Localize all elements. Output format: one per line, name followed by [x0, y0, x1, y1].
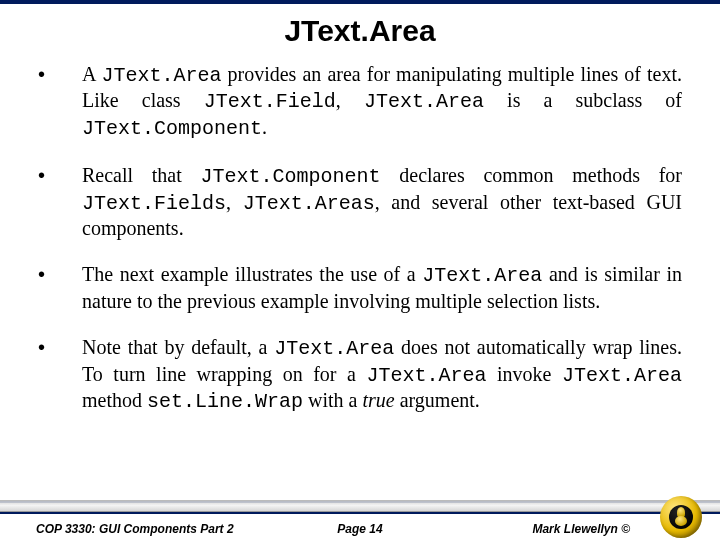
bullet-text: A JText.Area provides an area for manipu… [82, 62, 682, 141]
list-item: • The next example illustrates the use o… [38, 262, 682, 313]
ucf-logo-icon [660, 496, 702, 538]
bullet-text: Recall that JText.Component declares com… [82, 163, 682, 240]
bullet-list: • A JText.Area provides an area for mani… [38, 62, 682, 414]
slide-footer: COP 3330: GUI Components Part 2 Page 14 … [0, 496, 720, 540]
list-item: • Recall that JText.Component declares c… [38, 163, 682, 240]
bullet-dot: • [38, 62, 82, 86]
slide-title: JText.Area [0, 14, 720, 48]
footer-divider-bar [0, 500, 720, 512]
slide-content: • A JText.Area provides an area for mani… [0, 62, 720, 414]
footer-page: Page 14 [337, 522, 382, 536]
footer-accent-line [0, 512, 720, 514]
bullet-text: Note that by default, a JText.Area does … [82, 335, 682, 414]
bullet-dot: • [38, 262, 82, 286]
list-item: • Note that by default, a JText.Area doe… [38, 335, 682, 414]
top-accent-bar [0, 0, 720, 4]
bullet-dot: • [38, 335, 82, 359]
list-item: • A JText.Area provides an area for mani… [38, 62, 682, 141]
bullet-text: The next example illustrates the use of … [82, 262, 682, 313]
footer-author: Mark Llewellyn © [532, 522, 630, 536]
bullet-dot: • [38, 163, 82, 187]
footer-course: COP 3330: GUI Components Part 2 [36, 522, 234, 536]
